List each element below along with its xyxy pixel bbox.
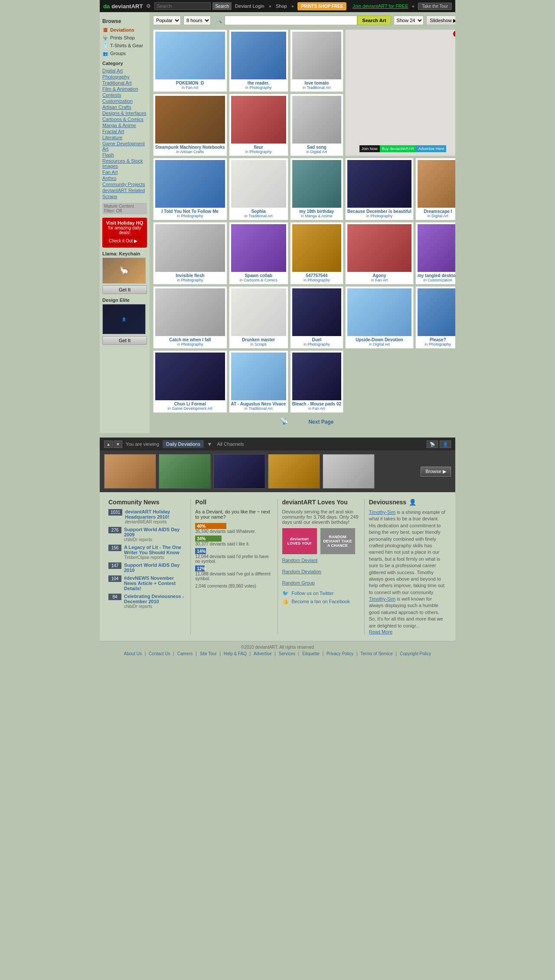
header-search-input[interactable] [154, 2, 211, 10]
random-deviant-box[interactable]: RANDOM DEVIANT TAKE A CHANCE [320, 528, 355, 554]
slideshow-button[interactable]: Slideshow ▶ [426, 16, 455, 25]
sidebar-cat-contests[interactable]: Contests [102, 92, 147, 98]
sidebar-cat-fractal-art[interactable]: Fractal Art [102, 128, 147, 134]
da-loves-you-box[interactable]: deviantart LOVES YOU! [282, 528, 317, 554]
gallery-item[interactable]: Invisible fleshin Photography [153, 222, 227, 284]
footer-link[interactable]: Etiquette [302, 651, 319, 656]
deviant-login-link[interactable]: Deviant Login [235, 3, 264, 9]
ad-btn-1[interactable]: Buy deviantWEAR [380, 145, 416, 152]
gallery-item[interactable]: fleurin Photography [229, 94, 288, 156]
deviousness-name-link[interactable]: Timothy-Sim [369, 510, 395, 515]
random-deviant-link[interactable]: Random Deviant [282, 558, 360, 563]
gallery-item[interactable]: the reader.in Photography [229, 29, 288, 92]
footer-link[interactable]: Terms of Service [360, 651, 392, 656]
gallery-item[interactable]: Chun Li Formalin Game Development Art [153, 350, 227, 413]
dd-share-button[interactable]: 👤 [440, 441, 451, 448]
rss-icon[interactable]: 📡 [280, 418, 288, 425]
take-tour-button[interactable]: Take the Tour [418, 3, 452, 10]
facebook-link[interactable]: 👍 Become a fan on Facebook [282, 598, 360, 605]
sidebar-cat-community-projects[interactable]: Community Projects [102, 181, 147, 187]
dd-prev-button[interactable]: ▲ [104, 441, 113, 448]
dd-next-button[interactable]: ▼ [114, 441, 122, 448]
mature-filter[interactable]: Mature Content Filter: Off [102, 203, 147, 214]
read-more-link[interactable]: Read More [369, 629, 392, 634]
ad-btn-0[interactable]: Join Now [359, 145, 380, 152]
holiday-banner[interactable]: Visit Holiday HQ for amazing daily deals… [102, 218, 147, 248]
daily-deviations-label[interactable]: Daily Deviations [163, 440, 204, 448]
ad-close-button[interactable]: ✕ [453, 31, 455, 37]
sidebar-item-groups[interactable]: 👥 Groups [102, 49, 147, 57]
sidebar-item-tshirts[interactable]: 👕 T-Shirts & Gear [102, 42, 147, 49]
sidebar-cat-scraps[interactable]: Scraps [102, 193, 147, 199]
gallery-item[interactable]: Catch me when I fallin Photography [153, 286, 227, 349]
footer-link[interactable]: Help & FAQ [224, 651, 247, 656]
sidebar-cat-customization[interactable]: Customization [102, 98, 147, 104]
dd-channels[interactable]: All Channels [217, 441, 244, 447]
sidebar-item-prints-shop[interactable]: 🏪 Prints Shop [102, 34, 147, 42]
llama-get-it-button[interactable]: Get It [102, 285, 147, 294]
deviousness-name2-link[interactable]: Timothy-Sim [369, 596, 395, 601]
random-group-link[interactable]: Random Group [282, 580, 360, 585]
dd-thumb[interactable] [159, 454, 211, 489]
news-title[interactable]: #devNEWS November News Article + Contest… [124, 575, 186, 591]
dd-thumb[interactable] [323, 454, 375, 489]
gallery-item[interactable]: Duelin Photography [290, 286, 343, 349]
time-select[interactable]: 8 hours [183, 16, 211, 25]
gallery-item[interactable]: Upside-Down Devotionin Digital Art [345, 286, 414, 349]
gallery-item[interactable]: Spawn collabin Cartoons & Comics [229, 222, 288, 284]
sidebar-cat-literature[interactable]: Literature [102, 134, 147, 140]
show-select[interactable]: Show 24 [394, 16, 424, 25]
search-input[interactable] [225, 16, 357, 25]
gallery-item[interactable]: Dreamscape Iin Digital Art [415, 158, 455, 220]
gallery-item[interactable]: I Told You Not To Follow Mein Photograph… [153, 158, 227, 220]
dd-thumb[interactable] [268, 454, 320, 489]
sidebar-cat-fan-art[interactable]: Fan Art [102, 169, 147, 175]
gallery-item[interactable]: Drunken masterin Scraps [229, 286, 288, 349]
next-page-link[interactable]: Next Page [308, 419, 333, 425]
sidebar-cat-designs-&-interfaces[interactable]: Designs & Interfaces [102, 110, 147, 116]
prints-shop-banner[interactable]: PRINTS SHOP FREE [297, 2, 346, 10]
gallery-item[interactable]: love tomatoin Traditional Art [290, 29, 343, 92]
gallery-item[interactable]: POKEMON :Din Fan Art [153, 29, 227, 92]
sidebar-cat-cartoons-&-comics[interactable]: Cartoons & Comics [102, 116, 147, 122]
sidebar-cat-photography[interactable]: Photography [102, 74, 147, 80]
gallery-item[interactable]: Bleach - Mouse pads 02in Fan Art [290, 350, 343, 413]
sidebar-cat-artisan-crafts[interactable]: Artisan Crafts [102, 104, 147, 110]
header-search-button[interactable]: Search [212, 2, 232, 10]
footer-link[interactable]: Site Tour [199, 651, 216, 656]
gallery-item[interactable]: Please?in Photography [415, 286, 455, 349]
footer-link[interactable]: Careers [177, 651, 193, 656]
sidebar-cat-manga-&-anime[interactable]: Manga & Anime [102, 122, 147, 128]
gallery-item[interactable]: my tangled desktopin Customization [415, 222, 455, 284]
gallery-item[interactable]: Sad songin Digital Art [290, 94, 343, 156]
sidebar-cat-digital-art[interactable]: Digital Art [102, 68, 147, 74]
sidebar-cat-resources-&-stock-images[interactable]: Resources & Stock Images [102, 158, 147, 169]
news-title[interactable]: Support World AIDS Day 2009 [124, 527, 186, 537]
search-art-button[interactable]: Search Art [357, 16, 391, 25]
footer-link[interactable]: Advertise [254, 651, 272, 656]
news-title[interactable]: deviantART Holiday Headquarters 2010! [125, 509, 186, 519]
gallery-item[interactable]: 547757544in Photography [290, 222, 343, 284]
news-title[interactable]: A Legacy of Lit - The One Writer You Sho… [124, 545, 186, 555]
sidebar-cat-deviantart-related[interactable]: deviantART Related [102, 187, 147, 193]
footer-link[interactable]: Contact Us [149, 651, 170, 656]
gallery-item[interactable]: AT - Augustus Nero Vivacein Traditional … [229, 350, 288, 413]
sidebar-item-deviations[interactable]: 🖼 Deviations [102, 26, 147, 34]
check-it-button[interactable]: Check it Out ▶ [105, 237, 141, 245]
sidebar-cat-traditional-art[interactable]: Traditional Art [102, 80, 147, 86]
ad-btn-2[interactable]: Advertise Here [416, 145, 447, 152]
gallery-item[interactable]: Steampunk Machinery Notebooksin Artisan … [153, 94, 227, 156]
shop-link[interactable]: Shop [276, 3, 287, 9]
footer-link[interactable]: Copyright Policy [400, 651, 431, 656]
sidebar-cat-flash[interactable]: Flash [102, 152, 147, 158]
footer-link[interactable]: Services [279, 651, 295, 656]
random-deviation-link[interactable]: Random Deviation [282, 569, 360, 574]
join-link[interactable]: Join deviantART for FREE [353, 3, 408, 9]
gallery-item[interactable]: Sophiain Traditional Art [229, 158, 288, 220]
sort-select[interactable]: Popular [153, 16, 181, 25]
gallery-item[interactable]: Agonyin Fan Art [345, 222, 414, 284]
sidebar-cat-anthro[interactable]: Anthro [102, 175, 147, 181]
dd-browse-button[interactable]: Browse ▶ [421, 467, 451, 477]
design-elite-get-it-button[interactable]: Get It [102, 336, 147, 345]
footer-link[interactable]: Privacy Policy [326, 651, 353, 656]
